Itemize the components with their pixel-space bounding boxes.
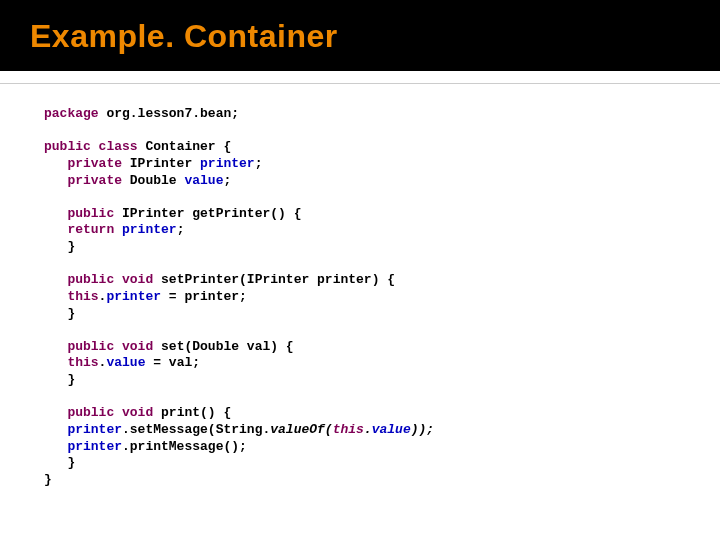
kw-package: package [44, 106, 99, 121]
kw-this: this [44, 355, 99, 370]
semicolon: ; [255, 156, 263, 171]
kw-this: this [44, 289, 99, 304]
kw-this-italic: this [333, 422, 364, 437]
code-block: package org.lesson7.bean; public class C… [0, 84, 720, 488]
field-printer-ref: printer [106, 289, 161, 304]
kw-void: void [114, 272, 153, 287]
kw-public: public [44, 405, 114, 420]
slide-title: Example. Container [30, 18, 690, 55]
close-parens: )); [411, 422, 434, 437]
call-printmessage: .printMessage(); [122, 439, 247, 454]
field-printer: printer [200, 156, 255, 171]
method-print: print() { [153, 405, 231, 420]
assign-val: = val; [145, 355, 200, 370]
close-brace: } [44, 455, 75, 470]
kw-public: public [44, 272, 114, 287]
type-iprinter: IPrinter [122, 156, 200, 171]
slide-header: Example. Container [0, 0, 720, 71]
method-setprinter: setPrinter(IPrinter printer) { [153, 272, 395, 287]
kw-void: void [114, 339, 153, 354]
field-printer-ref: printer [114, 222, 176, 237]
semicolon: ; [177, 222, 185, 237]
call-setmessage: .setMessage(String. [122, 422, 270, 437]
class-close-brace: } [44, 472, 52, 487]
kw-private: private [44, 156, 122, 171]
class-decl: Container { [138, 139, 232, 154]
kw-public: public [44, 139, 91, 154]
dot-italic: . [364, 422, 372, 437]
assign-printer: = printer; [161, 289, 247, 304]
kw-return: return [44, 222, 114, 237]
kw-class: class [91, 139, 138, 154]
close-brace: } [44, 239, 75, 254]
field-value-italic: value [372, 422, 411, 437]
method-getprinter: IPrinter getPrinter() { [114, 206, 301, 221]
semicolon: ; [223, 173, 231, 188]
close-brace: } [44, 372, 75, 387]
kw-public: public [44, 206, 114, 221]
field-printer-ref: printer [44, 439, 122, 454]
kw-public: public [44, 339, 114, 354]
static-valueof: valueOf( [270, 422, 332, 437]
pkg-name: org.lesson7.bean; [99, 106, 239, 121]
method-set: set(Double val) { [153, 339, 293, 354]
field-value-ref: value [106, 355, 145, 370]
kw-private: private [44, 173, 122, 188]
field-value: value [184, 173, 223, 188]
type-double: Double [122, 173, 184, 188]
field-printer-ref: printer [44, 422, 122, 437]
close-brace: } [44, 306, 75, 321]
kw-void: void [114, 405, 153, 420]
